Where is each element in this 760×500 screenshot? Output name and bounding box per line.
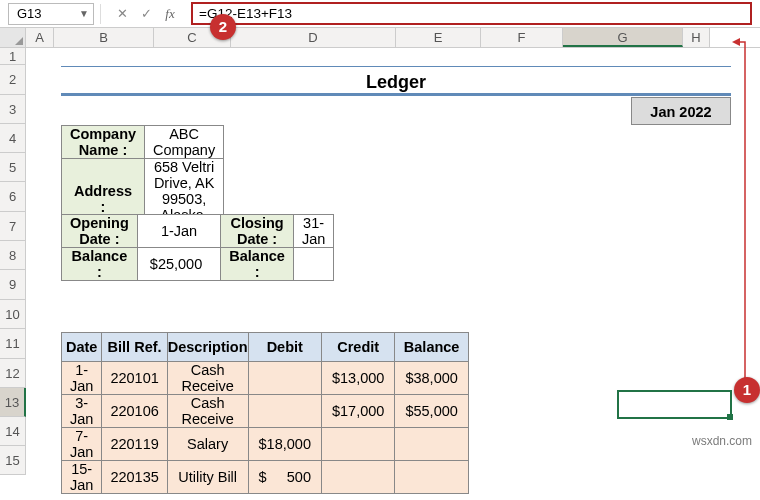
dropdown-icon[interactable]: ▼ xyxy=(79,8,89,19)
enter-icon[interactable]: ✓ xyxy=(135,3,157,25)
row-2[interactable]: 2 xyxy=(0,65,26,95)
cell-balance: $55,000 xyxy=(395,395,468,428)
company-name-label: Company Name : xyxy=(62,126,145,159)
row-11[interactable]: 11 xyxy=(0,329,26,359)
row-9[interactable]: 9 xyxy=(0,270,26,300)
h-date: Date xyxy=(62,333,102,362)
cell-credit xyxy=(321,461,394,494)
col-D[interactable]: D xyxy=(231,28,396,47)
col-A[interactable]: A xyxy=(26,28,54,47)
cell-ref: 220101 xyxy=(102,362,167,395)
selection-outline xyxy=(617,390,732,419)
table-row[interactable]: 1-Jan220101Cash Receive$13,000$38,000 xyxy=(62,362,469,395)
row-4[interactable]: 4 xyxy=(0,124,26,153)
h-debit: Debit xyxy=(248,333,321,362)
row-6[interactable]: 6 xyxy=(0,182,26,212)
formula-bar: G13 ▼ ✕ ✓ fx =G12-E13+F13 xyxy=(0,0,760,28)
closing-date-label: Closing Date : xyxy=(221,215,294,248)
name-box[interactable]: G13 ▼ xyxy=(8,3,94,25)
col-H[interactable]: H xyxy=(683,28,710,47)
cell-date: 15-Jan xyxy=(62,461,102,494)
cell-date: 3-Jan xyxy=(62,395,102,428)
row-3[interactable]: 3 xyxy=(0,95,26,124)
cell-date: 1-Jan xyxy=(62,362,102,395)
cell-debit: $18,000 xyxy=(248,428,321,461)
cells-area[interactable]: Ledger Jan 2022 Company Name : ABC Compa… xyxy=(26,48,760,500)
row-1[interactable]: 1 xyxy=(0,48,26,65)
cell-balance xyxy=(395,461,468,494)
col-E[interactable]: E xyxy=(396,28,481,47)
table-row[interactable]: 7-Jan220119Salary$18,000 xyxy=(62,428,469,461)
cell-desc: Utility Bill xyxy=(167,461,248,494)
cell-credit: $13,000 xyxy=(321,362,394,395)
col-headers: ABCDEFGH xyxy=(0,28,760,48)
h-desc: Description xyxy=(167,333,248,362)
name-box-text: G13 xyxy=(17,6,42,21)
formula-input[interactable]: =G12-E13+F13 xyxy=(191,2,752,25)
select-all-corner[interactable] xyxy=(0,28,26,47)
callout-2: 2 xyxy=(210,14,236,40)
table-row[interactable]: 3-Jan220106Cash Receive$17,000$55,000 xyxy=(62,395,469,428)
ledger-table: Date Bill Ref. Description Debit Credit … xyxy=(61,332,469,494)
fx-icon[interactable]: fx xyxy=(159,3,181,25)
opening-balance-value[interactable]: $25,000 xyxy=(137,248,220,281)
formula-buttons: ✕ ✓ fx xyxy=(107,3,185,25)
divider xyxy=(100,4,101,24)
period-label: Jan 2022 xyxy=(631,97,731,125)
closing-balance-label: Balance : xyxy=(221,248,294,281)
row-14[interactable]: 14 xyxy=(0,417,26,446)
cell-debit: $500 xyxy=(248,461,321,494)
row-12[interactable]: 12 xyxy=(0,359,26,388)
cell-ref: 220135 xyxy=(102,461,167,494)
row-10[interactable]: 10 xyxy=(0,300,26,329)
opening-balance-label: Balance : xyxy=(62,248,138,281)
cancel-icon[interactable]: ✕ xyxy=(111,3,133,25)
h-credit: Credit xyxy=(321,333,394,362)
cell-debit xyxy=(248,395,321,428)
col-B[interactable]: B xyxy=(54,28,154,47)
h-ref: Bill Ref. xyxy=(102,333,167,362)
watermark: wsxdn.com xyxy=(692,434,752,448)
cell-desc: Cash Receive xyxy=(167,395,248,428)
cell-desc: Salary xyxy=(167,428,248,461)
col-G[interactable]: G xyxy=(563,28,683,47)
cell-ref: 220119 xyxy=(102,428,167,461)
row-8[interactable]: 8 xyxy=(0,241,26,270)
col-F[interactable]: F xyxy=(481,28,563,47)
row-15[interactable]: 15 xyxy=(0,446,26,475)
cell-balance xyxy=(395,428,468,461)
dates-table: Opening Date : 1-Jan Closing Date : 31-J… xyxy=(61,214,334,281)
cell-balance: $38,000 xyxy=(395,362,468,395)
cell-desc: Cash Receive xyxy=(167,362,248,395)
opening-date-label: Opening Date : xyxy=(62,215,138,248)
row-13[interactable]: 13 xyxy=(0,388,26,417)
cell-ref: 220106 xyxy=(102,395,167,428)
opening-date-value[interactable]: 1-Jan xyxy=(137,215,220,248)
closing-date-value[interactable]: 31-Jan xyxy=(293,215,333,248)
callout-1: 1 xyxy=(734,377,760,403)
company-name-value[interactable]: ABC Company xyxy=(145,126,224,159)
cell-credit xyxy=(321,428,394,461)
row-7[interactable]: 7 xyxy=(0,212,26,241)
company-row: Company Name : ABC Company xyxy=(62,126,224,159)
table-row[interactable]: 15-Jan220135Utility Bill$500 xyxy=(62,461,469,494)
row-5[interactable]: 5 xyxy=(0,153,26,182)
ledger-title: Ledger xyxy=(61,66,731,96)
cell-debit xyxy=(248,362,321,395)
closing-balance-value[interactable] xyxy=(293,248,333,281)
cell-date: 7-Jan xyxy=(62,428,102,461)
row-headers: 123456789101112131415 xyxy=(0,48,26,500)
header-row: Date Bill Ref. Description Debit Credit … xyxy=(62,333,469,362)
h-balance: Balance xyxy=(395,333,468,362)
cell-credit: $17,000 xyxy=(321,395,394,428)
